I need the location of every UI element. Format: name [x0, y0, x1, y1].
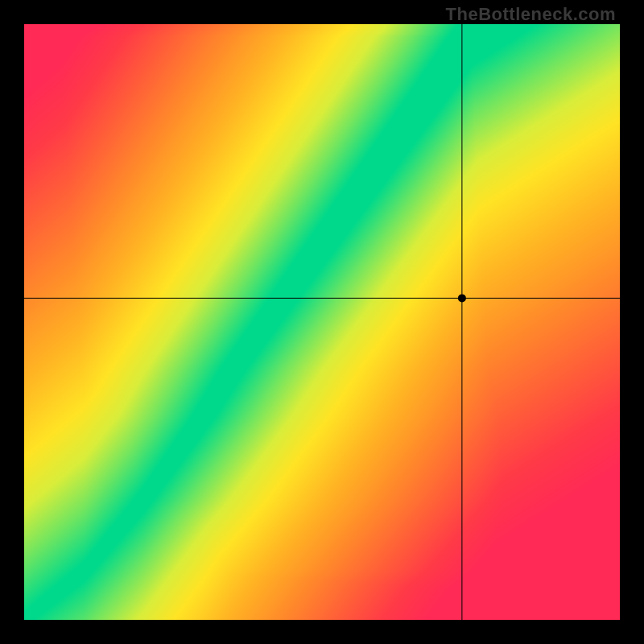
watermark: TheBottleneck.com	[446, 4, 616, 25]
bottleneck-heatmap	[0, 0, 644, 644]
chart-container: TheBottleneck.com	[0, 0, 644, 644]
